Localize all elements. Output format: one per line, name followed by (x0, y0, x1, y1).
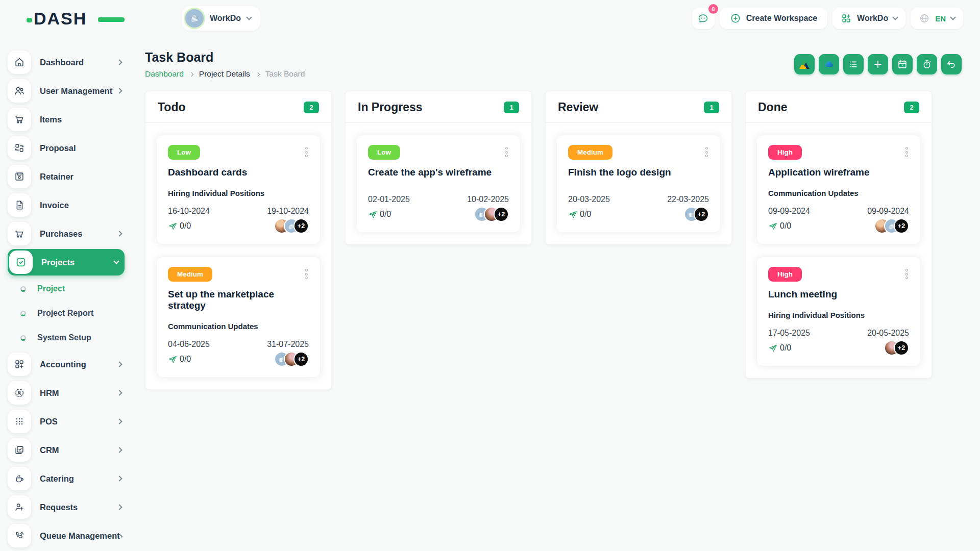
chevron-right-icon (116, 475, 122, 481)
priority-badge: Medium (568, 145, 612, 160)
sidebar-item-pos[interactable]: POS (8, 407, 125, 436)
column-body: High Application wireframe Communication… (746, 123, 932, 378)
sidebar-item-hrm[interactable]: HRM (8, 379, 125, 407)
chevron-right-icon (189, 72, 193, 76)
task-board: Todo 2 Low Dashboard cards Hiring Indivi… (145, 91, 962, 390)
create-workspace-button[interactable]: Create Workspace (720, 8, 827, 29)
hrm-icon (8, 381, 31, 405)
task-card[interactable]: Low Dashboard cards Hiring Individual Po… (157, 135, 320, 244)
breadcrumb-current: Task Board (265, 69, 305, 79)
sidebar-item-invoice[interactable]: Invoice (8, 191, 125, 219)
plus-circle-icon (730, 13, 741, 24)
sidebar-item-label: Catering (40, 474, 74, 484)
sidebar-item-label: POS (40, 417, 58, 427)
sidebar-subitem-project-report[interactable]: Project Report (8, 301, 125, 325)
add-task-button[interactable] (868, 54, 888, 74)
task-start-date: 16-10-2024 (168, 207, 210, 216)
sidebar-item-dashboard[interactable]: Dashboard (8, 48, 125, 77)
column-header: Review 1 (546, 91, 731, 123)
sidebar-item-catering[interactable]: Catering (8, 464, 125, 493)
column-header: Todo 2 (145, 91, 331, 123)
sidebar-item-projects[interactable]: Projects (8, 249, 125, 276)
brand-name: DASH (34, 9, 87, 29)
workspace-name: WorkDo (210, 14, 241, 23)
dots-grid-icon (8, 410, 31, 433)
kebab-menu-icon[interactable] (704, 145, 709, 159)
sidebar-subitem-project[interactable]: Project (8, 277, 125, 301)
create-workspace-label: Create Workspace (746, 14, 817, 23)
workspace-menu-button[interactable]: WorkDo (832, 8, 905, 29)
list-icon (848, 59, 859, 70)
board-column-in-progress: In Progress 1 Low Create the app's wiref… (345, 91, 532, 245)
task-card[interactable]: Medium Finish the logo design 20-03-2025… (557, 135, 720, 232)
task-card[interactable]: Medium Set up the marketplace strategy C… (157, 257, 320, 377)
task-card[interactable]: High Lunch meeting Hiring Individual Pos… (757, 257, 920, 366)
avatar-overflow-badge: +2 (494, 207, 509, 222)
task-start-date: 09-09-2024 (768, 207, 810, 216)
column-title: Review (558, 101, 598, 114)
sidebar-item-requests[interactable]: Requests (8, 493, 125, 521)
task-title: Application wireframe (768, 167, 909, 178)
ring-icon (20, 286, 26, 292)
kebab-menu-icon[interactable] (304, 145, 309, 159)
subtask-progress: 0/0 (368, 210, 391, 219)
cart-icon (8, 222, 31, 245)
sidebar-item-proposal[interactable]: Proposal (8, 134, 125, 162)
undo-button[interactable] (941, 54, 962, 74)
send-icon (368, 210, 378, 219)
page-title: Task Board (145, 50, 305, 65)
kebab-menu-icon[interactable] (504, 145, 509, 159)
language-selector[interactable]: EN (911, 8, 963, 29)
task-end-date: 31-07-2025 (267, 340, 309, 349)
check-square-icon (9, 251, 33, 274)
chevron-right-icon (116, 504, 122, 510)
board-column-done: Done 2 High Application wireframe Commun… (745, 91, 932, 379)
sidebar-item-accounting[interactable]: Accounting (8, 350, 125, 379)
invoice-icon (8, 193, 31, 217)
chevron-right-icon (116, 88, 122, 93)
column-count-badge: 2 (904, 102, 919, 113)
language-code: EN (935, 14, 946, 23)
onedrive-icon (823, 58, 835, 70)
assignee-avatars: +2 (274, 352, 309, 367)
users-icon (8, 79, 31, 103)
google-drive-button[interactable] (794, 54, 815, 74)
sidebar-item-items[interactable]: Items (8, 105, 125, 134)
task-milestone: Hiring Individual Positions (768, 311, 909, 319)
task-card[interactable]: Low Create the app's wireframe 02-01-202… (357, 135, 520, 232)
sidebar-subitem-system-setup[interactable]: System Setup (8, 325, 125, 350)
kebab-menu-icon[interactable] (904, 145, 909, 159)
user-plus-icon (8, 495, 31, 519)
sidebar-item-label: HRM (40, 388, 59, 398)
subtask-progress: 0/0 (168, 355, 191, 364)
workspace-selector[interactable]: WorkDo (182, 6, 260, 31)
globe-icon (919, 13, 930, 24)
messages-button[interactable]: 0 (692, 8, 715, 29)
workdo-menu-label: WorkDo (857, 14, 888, 23)
list-view-button[interactable] (843, 54, 864, 74)
brand-logo[interactable]: DASH (34, 9, 110, 29)
sidebar-item-label: Purchases (40, 229, 82, 239)
sidebar-item-user-management[interactable]: User Management (8, 77, 125, 105)
avatar-overflow-badge: +2 (894, 340, 909, 356)
breadcrumb-project-details[interactable]: Project Details (199, 69, 250, 79)
kebab-menu-icon[interactable] (904, 267, 909, 281)
breadcrumb-dashboard-link[interactable]: Dashboard (145, 69, 184, 79)
avatar-overflow-badge: +2 (694, 207, 709, 222)
kebab-menu-icon[interactable] (304, 267, 309, 281)
task-card[interactable]: High Application wireframe Communication… (757, 135, 920, 244)
sidebar-item-crm[interactable]: CRM (8, 436, 125, 464)
column-header: Done 2 (746, 91, 932, 123)
subtask-progress: 0/0 (568, 210, 591, 219)
page-head-left: Task Board Dashboard Project Details Tas… (145, 50, 305, 79)
assignee-avatars: +2 (274, 218, 309, 234)
sidebar-item-queue-management[interactable]: Queue Management (8, 521, 125, 550)
calendar-button[interactable] (892, 54, 913, 74)
sidebar-item-purchases[interactable]: Purchases (8, 219, 125, 248)
sidebar-item-retainer[interactable]: Retainer (8, 162, 125, 191)
column-count-badge: 2 (304, 102, 319, 113)
chevron-right-icon (116, 447, 122, 453)
timer-button[interactable] (917, 54, 937, 74)
sidebar-item-label: Projects (41, 258, 75, 267)
onedrive-button[interactable] (819, 54, 839, 74)
